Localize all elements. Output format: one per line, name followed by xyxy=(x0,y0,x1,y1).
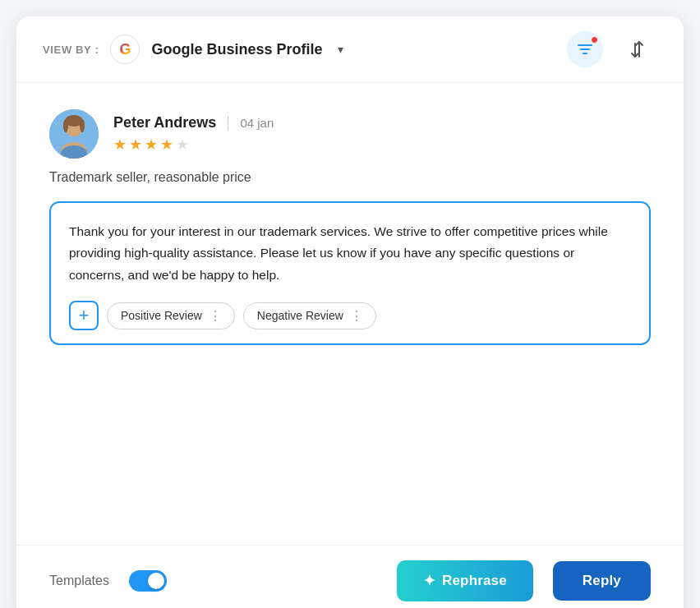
view-by-label: VIEW BY : xyxy=(43,44,99,56)
negative-review-more-icon[interactable]: ⋮ xyxy=(350,308,364,324)
google-logo: G xyxy=(110,35,140,64)
reviewer-row: Peter Andrews 04 jan ★ ★ ★ ★ ★ xyxy=(49,109,651,159)
star-4: ★ xyxy=(160,136,173,154)
templates-label: Templates xyxy=(49,573,109,588)
svg-point-10 xyxy=(63,119,68,132)
negative-review-label: Negative Review xyxy=(257,309,343,322)
toggle-knob xyxy=(148,573,164,589)
response-text: Thank you for your interest in our trade… xyxy=(69,221,631,286)
avatar xyxy=(49,109,99,159)
add-chip-button[interactable]: + xyxy=(69,301,99,330)
reviewer-name: Peter Andrews xyxy=(113,114,216,131)
positive-review-chip[interactable]: Positive Review ⋮ xyxy=(107,302,235,329)
sparkle-icon: ✦ xyxy=(423,572,435,590)
sort-icon xyxy=(630,40,648,58)
reply-button[interactable]: Reply xyxy=(553,561,651,601)
negative-review-chip[interactable]: Negative Review ⋮ xyxy=(243,302,376,329)
review-date: 04 jan xyxy=(240,116,274,130)
header: VIEW BY : G Google Business Profile ▾ xyxy=(16,16,684,83)
name-date-divider xyxy=(228,116,228,131)
star-3: ★ xyxy=(145,136,158,154)
reviewer-name-row: Peter Andrews 04 jan xyxy=(113,114,274,131)
star-rating: ★ ★ ★ ★ ★ xyxy=(113,136,274,154)
rephrase-button[interactable]: ✦ Rephrase xyxy=(397,560,533,601)
review-section: Peter Andrews 04 jan ★ ★ ★ ★ ★ Trademark… xyxy=(16,83,684,545)
rephrase-label: Rephrase xyxy=(442,573,507,589)
platform-name: Google Business Profile xyxy=(151,41,322,58)
star-2: ★ xyxy=(129,136,142,154)
response-box: Thank you for your interest in our trade… xyxy=(49,201,651,345)
filter-icon xyxy=(577,43,593,56)
reply-label: Reply xyxy=(583,573,621,588)
star-1: ★ xyxy=(113,136,127,154)
chip-row: + Positive Review ⋮ Negative Review ⋮ xyxy=(69,301,631,330)
chevron-down-icon[interactable]: ▾ xyxy=(338,43,343,56)
google-g-icon: G xyxy=(119,41,131,58)
templates-toggle[interactable] xyxy=(129,570,167,592)
star-5: ★ xyxy=(176,136,189,154)
footer: Templates ✦ Rephrase Reply xyxy=(16,545,684,608)
filter-button[interactable] xyxy=(567,31,603,67)
sort-button[interactable] xyxy=(621,31,657,67)
svg-point-11 xyxy=(80,119,85,132)
reviewer-info: Peter Andrews 04 jan ★ ★ ★ ★ ★ xyxy=(113,114,274,154)
positive-review-label: Positive Review xyxy=(121,309,202,322)
filter-notification-dot xyxy=(591,36,598,44)
positive-review-more-icon[interactable]: ⋮ xyxy=(209,308,223,324)
review-title: Trademark seller, reasonable price xyxy=(49,170,651,185)
main-card: VIEW BY : G Google Business Profile ▾ xyxy=(16,16,684,608)
avatar-image xyxy=(49,109,99,159)
